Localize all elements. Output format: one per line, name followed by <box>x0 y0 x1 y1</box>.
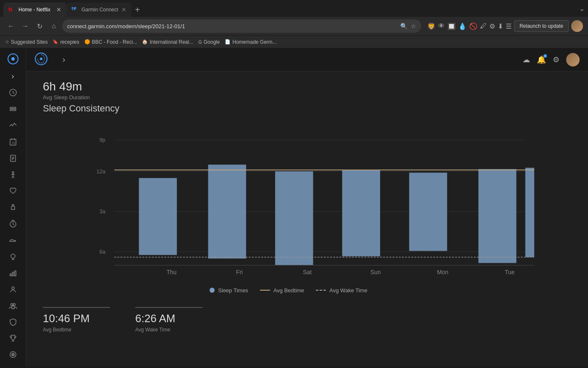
relaunch-update-button[interactable]: Relaunch to update <box>514 20 569 32</box>
stat-divider-wake <box>135 307 202 308</box>
refresh-button[interactable]: ↻ <box>34 20 45 32</box>
sidebar-item-reports[interactable] <box>5 152 21 165</box>
svg-point-29 <box>13 303 15 305</box>
cloud-icon[interactable]: ☁ <box>522 55 530 64</box>
section-title: Sleep Consistency <box>43 103 534 114</box>
sidebar-item-calendar[interactable]: 31 <box>5 135 21 148</box>
legend-wake-line <box>316 290 326 291</box>
bookmark-icon-homemade: 📄 <box>225 39 231 45</box>
tab-overflow-button[interactable]: ⌄ <box>579 5 585 13</box>
bookmark-suggested[interactable]: ☆ Suggested Sites <box>5 39 47 45</box>
user-avatar[interactable] <box>571 20 583 32</box>
bookmark-icon-international: 🏠 <box>142 39 148 45</box>
sleep-chart-svg: 9p 12a 3a 6a Thu Fri <box>43 127 534 279</box>
garmin-logo[interactable] <box>6 53 20 65</box>
chart-legend: Sleep Times Avg Bedtime Avg Wake Time <box>43 287 534 294</box>
address-bar[interactable]: connect.garmin.com/modern/sleep/2021-12-… <box>62 19 421 33</box>
garmin-topbar-actions: ☁ 🔔 ⚙ <box>522 53 580 66</box>
svg-rect-25 <box>12 272 13 276</box>
sidebar-item-target[interactable] <box>5 348 21 361</box>
bookmark-bbc[interactable]: 🟠 BBC - Food - Reci... <box>84 39 137 45</box>
browser-toolbar: ← → ↻ ⌂ connect.garmin.com/modern/sleep/… <box>0 17 588 35</box>
ext2-icon[interactable]: 👁 <box>438 22 445 30</box>
tab-garmin[interactable]: 🗺 Garmin Connect ✕ <box>66 3 131 17</box>
back-button[interactable]: ← <box>5 20 17 32</box>
sidebar-item-insights[interactable] <box>5 250 21 263</box>
ext3-icon[interactable]: 🔲 <box>447 22 456 30</box>
sidebar-item-layers[interactable] <box>5 103 21 116</box>
avg-sleep-section: 6h 49m Avg Sleep Duration <box>43 80 534 101</box>
bar-fri <box>208 164 246 258</box>
legend-sleep-dot <box>210 288 215 293</box>
garmin-back-button[interactable]: › <box>56 52 71 67</box>
svg-text:Thu: Thu <box>166 269 176 275</box>
stat-avg-bedtime: 10:46 PM Avg Bedtime <box>43 307 110 333</box>
sidebar-item-shoes[interactable] <box>5 233 21 246</box>
svg-text:Fri: Fri <box>236 269 243 275</box>
svg-point-34 <box>13 354 13 355</box>
sidebar-item-activity[interactable] <box>5 119 21 132</box>
garmin-user-avatar[interactable] <box>566 53 580 66</box>
svg-text:31: 31 <box>12 141 15 144</box>
tab-netflix[interactable]: N Home - Netflix ✕ <box>3 3 66 17</box>
sleep-consistency-section: Sleep Consistency 9p 12a 3a <box>43 103 534 294</box>
garmin-favicon: 🗺 <box>71 6 78 13</box>
ext4-icon[interactable]: 💧 <box>458 22 467 30</box>
new-tab-button[interactable]: + <box>131 3 143 17</box>
settings-icon[interactable]: ⚙ <box>553 55 559 64</box>
bookmark-star-icon[interactable]: ☆ <box>411 23 416 29</box>
bar-thu <box>139 178 177 255</box>
sidebar-item-dashboard[interactable] <box>5 86 21 99</box>
svg-text:6a: 6a <box>100 249 106 255</box>
content-area: 6h 49m Avg Sleep Duration Sleep Consiste… <box>26 71 551 349</box>
sidebar-item-timer[interactable] <box>5 217 21 230</box>
ext1-icon[interactable]: 🦁 <box>427 22 436 30</box>
svg-point-13 <box>12 172 14 173</box>
bookmark-recepies[interactable]: 🔖 recepies <box>52 39 79 45</box>
garmin-tab-close[interactable]: ✕ <box>121 6 126 13</box>
svg-rect-3 <box>10 107 16 109</box>
legend-bedtime-label: Avg Bedtime <box>273 287 304 294</box>
ext7-icon[interactable]: ⚙ <box>489 22 495 30</box>
bookmark-homemade[interactable]: 📄 Homemade Germ... <box>225 39 276 45</box>
sidebar-item-health[interactable] <box>5 185 21 198</box>
ext9-icon[interactable]: ☰ <box>506 22 512 30</box>
garmin-app-logo[interactable] <box>34 52 48 67</box>
tab-bar: N Home - Netflix ✕ 🗺 Garmin Connect ✕ + … <box>0 0 588 17</box>
bookmark-google[interactable]: G Google <box>198 39 220 45</box>
notification-icon[interactable]: 🔔 <box>537 55 546 64</box>
legend-bedtime-line <box>260 290 270 291</box>
legend-wake-label: Avg Wake Time <box>329 287 367 294</box>
main-content: › ☁ 🔔 ⚙ 6h 49m Avg Sleep Duration <box>26 48 588 366</box>
sidebar-item-trophy[interactable] <box>5 332 21 345</box>
avg-sleep-label: Avg Sleep Duration <box>43 94 534 101</box>
sidebar-item-workout[interactable] <box>5 201 21 214</box>
bar-sun <box>342 170 380 256</box>
forward-button[interactable]: → <box>19 20 31 32</box>
bottom-stats: 10:46 PM Avg Bedtime 6:26 AM Avg Wake Ti… <box>43 307 534 333</box>
sidebar: › 31 <box>0 48 26 366</box>
address-icons: 🔍 ☆ <box>400 23 416 29</box>
svg-rect-24 <box>10 274 11 276</box>
bookmark-icon-bbc: 🟠 <box>84 39 90 45</box>
netflix-tab-close[interactable]: ✕ <box>56 6 61 13</box>
bar-mon <box>409 173 447 251</box>
sidebar-item-charts[interactable] <box>5 266 21 279</box>
sidebar-item-security[interactable] <box>5 315 21 328</box>
bookmark-icon-suggested: ☆ <box>5 39 9 45</box>
svg-text:Sun: Sun <box>370 269 381 275</box>
ext8-icon[interactable]: ⬇ <box>498 22 503 30</box>
bar-sat <box>275 171 313 265</box>
ext5-icon[interactable]: 🚫 <box>469 22 478 30</box>
svg-text:12a: 12a <box>97 168 106 175</box>
sidebar-item-nav[interactable]: › <box>5 70 21 83</box>
home-button[interactable]: ⌂ <box>48 20 60 32</box>
sidebar-item-social[interactable] <box>5 283 21 296</box>
sidebar-item-groups[interactable] <box>5 299 21 312</box>
bookmark-international[interactable]: 🏠 International Real... <box>142 39 193 45</box>
address-text: connect.garmin.com/modern/sleep/2021-12-… <box>67 23 398 29</box>
garmin-topbar: › ☁ 🔔 ⚙ <box>26 48 588 71</box>
ext6-icon[interactable]: 🖊 <box>480 22 487 30</box>
sidebar-item-training[interactable] <box>5 168 21 181</box>
svg-point-36 <box>40 58 42 60</box>
